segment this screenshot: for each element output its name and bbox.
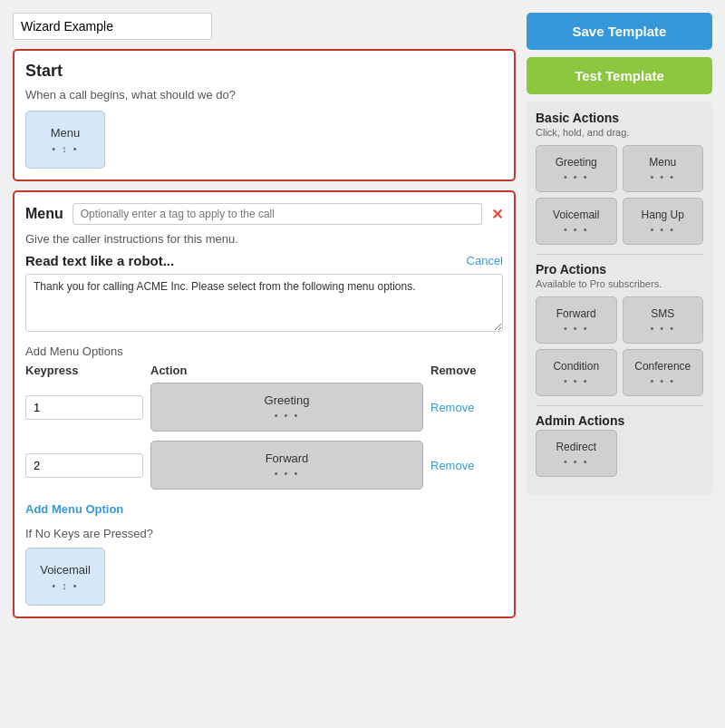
- greeting-action-btn[interactable]: Greeting • • •: [150, 383, 423, 432]
- menu-action-block[interactable]: Menu • ↕ •: [25, 111, 105, 169]
- template-title-input[interactable]: [13, 13, 212, 40]
- menu-action-label: Menu: [51, 126, 81, 140]
- option-row-1: Greeting • • • Remove: [25, 383, 503, 432]
- panel-sms-label: SMS: [651, 307, 674, 320]
- panel-menu-label: Menu: [649, 156, 676, 169]
- left-panel: Start When a call begins, what should we…: [13, 13, 516, 715]
- option-row-2: Forward • • • Remove: [25, 441, 503, 490]
- panel-greeting-dots: • • •: [564, 171, 589, 182]
- greeting-btn-dots: • • •: [275, 410, 300, 421]
- panel-forward-btn[interactable]: Forward • • •: [536, 296, 617, 344]
- panel-voicemail-label: Voicemail: [553, 209, 599, 221]
- admin-actions-grid: Redirect • • •: [536, 430, 703, 477]
- pro-actions-subtitle: Available to Pro subscribers.: [536, 278, 703, 289]
- panel-sms-btn[interactable]: SMS • • •: [623, 296, 704, 344]
- panel-conference-label: Conference: [634, 360, 691, 373]
- actions-panel: Basic Actions Click, hold, and drag. Gre…: [527, 102, 712, 495]
- panel-redirect-btn[interactable]: Redirect • • •: [536, 430, 617, 477]
- save-template-button[interactable]: Save Template: [527, 13, 712, 50]
- panel-redirect-dots: • • •: [564, 456, 589, 467]
- keypress-input-2[interactable]: [25, 453, 143, 478]
- panel-voicemail-btn[interactable]: Voicemail • • •: [536, 198, 617, 245]
- menu-close-button[interactable]: ✕: [491, 206, 503, 223]
- voicemail-no-keys-dots: • ↕ •: [52, 580, 78, 591]
- menu-tag-input[interactable]: [72, 203, 482, 225]
- pro-actions-title: Pro Actions: [536, 262, 703, 277]
- panel-hangup-dots: • • •: [650, 224, 675, 235]
- panel-forward-dots: • • •: [564, 323, 589, 334]
- greeting-btn-label: Greeting: [265, 393, 310, 407]
- col-remove: Remove: [430, 364, 503, 377]
- panel-sms-dots: • • •: [650, 323, 675, 334]
- voicemail-no-keys-label: Voicemail: [40, 563, 91, 577]
- remove-link-2[interactable]: Remove: [430, 459, 503, 472]
- no-keys-label: If No Keys are Pressed?: [25, 527, 503, 540]
- panel-condition-dots: • • •: [564, 375, 589, 386]
- divider-2: [536, 405, 703, 406]
- panel-conference-btn[interactable]: Conference • • •: [623, 349, 704, 396]
- menu-header: Menu ✕: [25, 203, 503, 225]
- start-card: Start When a call begins, what should we…: [13, 49, 516, 181]
- keypress-input-1[interactable]: [25, 395, 143, 420]
- read-text-header: Read text like a robot... Cancel: [25, 253, 503, 268]
- panel-voicemail-dots: • • •: [564, 224, 589, 235]
- admin-actions-title: Admin Actions: [536, 413, 703, 428]
- panel-greeting-label: Greeting: [556, 156, 597, 169]
- options-table-header: Keypress Action Remove: [25, 364, 503, 377]
- add-options-label: Add Menu Options: [25, 345, 503, 358]
- voicemail-no-keys-block[interactable]: Voicemail • ↕ •: [25, 548, 105, 606]
- panel-condition-label: Condition: [553, 360, 599, 373]
- panel-greeting-btn[interactable]: Greeting • • •: [536, 145, 617, 192]
- forward-action-btn[interactable]: Forward • • •: [150, 441, 423, 490]
- panel-redirect-label: Redirect: [556, 441, 596, 453]
- menu-instruction: Give the caller instructions for this me…: [25, 232, 503, 246]
- start-card-title: Start: [25, 62, 503, 81]
- col-action: Action: [150, 364, 423, 377]
- panel-menu-dots: • • •: [650, 171, 675, 182]
- main-container: Start When a call begins, what should we…: [0, 0, 725, 728]
- basic-actions-title: Basic Actions: [536, 111, 703, 125]
- menu-card-title: Menu: [25, 206, 63, 222]
- panel-hangup-btn[interactable]: Hang Up • • •: [623, 198, 704, 245]
- panel-condition-btn[interactable]: Condition • • •: [536, 349, 617, 396]
- remove-link-1[interactable]: Remove: [430, 401, 503, 414]
- menu-text-area[interactable]: Thank you for calling ACME Inc. Please s…: [25, 274, 503, 332]
- col-keypress: Keypress: [25, 364, 143, 377]
- start-card-subtitle: When a call begins, what should we do?: [25, 88, 503, 102]
- divider-1: [536, 254, 703, 255]
- pro-actions-grid: Forward • • • SMS • • • Condition • • • …: [536, 296, 703, 396]
- menu-card: Menu ✕ Give the caller instructions for …: [13, 190, 516, 618]
- test-template-button[interactable]: Test Template: [527, 57, 712, 94]
- panel-conference-dots: • • •: [650, 375, 675, 386]
- basic-actions-grid: Greeting • • • Menu • • • Voicemail • • …: [536, 145, 703, 245]
- panel-hangup-label: Hang Up: [642, 209, 684, 221]
- menu-action-dots: • ↕ •: [52, 143, 78, 154]
- read-text-label: Read text like a robot...: [25, 253, 174, 268]
- cancel-link[interactable]: Cancel: [467, 254, 503, 267]
- basic-actions-subtitle: Click, hold, and drag.: [536, 127, 703, 138]
- forward-btn-dots: • • •: [275, 468, 300, 479]
- right-panel: Save Template Test Template Basic Action…: [527, 13, 712, 715]
- panel-forward-label: Forward: [556, 307, 596, 320]
- panel-menu-btn[interactable]: Menu • • •: [623, 145, 704, 192]
- forward-btn-label: Forward: [266, 451, 309, 465]
- add-menu-option-link[interactable]: Add Menu Option: [25, 502, 123, 516]
